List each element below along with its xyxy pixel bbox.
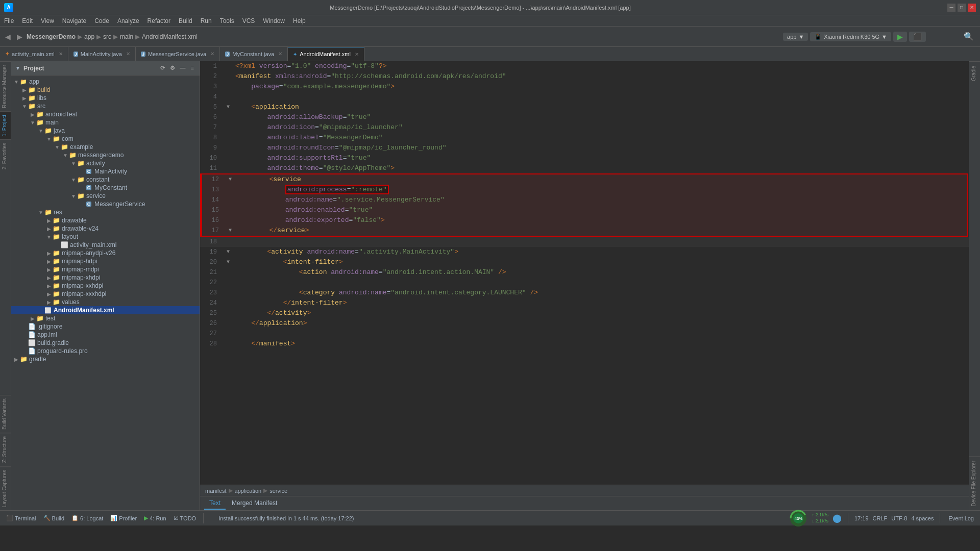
tree-item-messengerdemo[interactable]: ▼ 📁 messengerdemo [11,151,200,159]
tree-item-activity-folder[interactable]: ▼ 📁 activity [11,159,200,167]
menu-help[interactable]: Help [289,15,310,26]
run-button[interactable]: ▶ [893,32,907,42]
fold-arrow-5[interactable]: ▼ [227,102,230,112]
indent-indicator[interactable]: 4 spaces [911,515,934,521]
tab-myconstant-java[interactable]: J MyConstant.java ✕ [220,47,288,61]
tree-item-build[interactable]: ▶ 📁 build [11,86,200,94]
tree-item-build-gradle[interactable]: ⬜ build.gradle [11,339,200,347]
fold-arrow-19[interactable]: ▼ [227,247,230,257]
tree-item-messengerservice[interactable]: C MessengerService [11,200,200,208]
breadcrumb-application[interactable]: application [235,488,262,494]
gear-icon[interactable]: ⚙ [168,64,177,72]
tree-item-res[interactable]: ▼ 📁 res [11,208,200,216]
tab-messengerservice-java[interactable]: J MessengerService.java ✕ [136,47,220,61]
fold-arrow-20[interactable]: ▼ [227,257,230,267]
resource-manager-tab[interactable]: Resource Manager [0,61,11,111]
app-breadcrumb[interactable]: app [84,33,94,40]
device-selector[interactable]: 📱 Xiaomi Redmi K30 5G ▼ [810,32,891,41]
file-breadcrumb[interactable]: AndroidManifest.xml [142,33,198,40]
run-config-selector[interactable]: app ▼ [783,33,808,41]
event-log-button[interactable]: Event Log [946,514,976,522]
tree-item-myconstant[interactable]: C MyConstant [11,184,200,192]
breadcrumb-manifest[interactable]: manifest [205,488,227,494]
menu-refactor[interactable]: Refactor [143,15,175,26]
fold-arrow-17[interactable]: ▼ [229,226,232,236]
tree-item-androidtest[interactable]: ▶ 📁 androidTest [11,110,200,118]
tree-item-service-folder[interactable]: ▼ 📁 service [11,192,200,200]
menu-navigate[interactable]: Navigate [58,15,90,26]
tree-item-example[interactable]: ▼ 📁 example [11,143,200,151]
terminal-button[interactable]: ⬛ Terminal [4,514,38,522]
menu-view[interactable]: View [37,15,58,26]
tab-close[interactable]: ✕ [210,51,214,57]
tab-close[interactable]: ✕ [59,51,63,57]
tree-item-test[interactable]: ▶ 📁 test [11,314,200,322]
menu-file[interactable]: File [0,15,18,26]
tree-item-activity-main-xml[interactable]: ⬜ activity_main.xml [11,241,200,249]
menu-run[interactable]: Run [197,15,216,26]
tab-close[interactable]: ✕ [355,52,359,57]
tree-item-gradle[interactable]: ▶ 📁 gradle [11,355,200,363]
logcat-button[interactable]: 📋 6: Logcat [69,514,105,522]
menu-code[interactable]: Code [90,15,113,26]
menu-window[interactable]: Window [259,15,289,26]
build-variants-tab[interactable]: Build Variants [0,395,11,433]
tree-item-mipmap-anydpi[interactable]: ▶ 📁 mipmap-anydpi-v26 [11,249,200,257]
tree-item-mipmap-xhdpi[interactable]: ▶ 📁 mipmap-xhdpi [11,273,200,282]
src-breadcrumb[interactable]: src [103,33,111,40]
tree-item-constant-folder[interactable]: ▼ 📁 constant [11,176,200,184]
settings-icon[interactable]: ≡ [189,64,195,72]
tab-merged-manifest[interactable]: Merged Manifest [227,497,282,510]
tree-item-mainactivity[interactable]: C MainActivity [11,167,200,176]
encoding-indicator[interactable]: UTF-8 [891,515,907,521]
tab-activity-main-xml[interactable]: ✦ activity_main.xml ✕ [0,47,68,61]
tree-item-main[interactable]: ▼ 📁 main [11,118,200,127]
collapse-icon[interactable]: — [179,64,187,72]
search-button[interactable]: 🔍 [961,31,977,42]
menu-edit[interactable]: Edit [18,15,37,26]
profiler-button[interactable]: 📊 Profiler [108,514,139,522]
sync-icon[interactable]: ⟳ [159,64,166,72]
tree-item-src[interactable]: ▼ 📁 src [11,102,200,110]
tab-close[interactable]: ✕ [126,51,130,57]
tree-item-values[interactable]: ▶ 📁 values [11,298,200,306]
stop-button[interactable]: ⬛ [909,32,926,42]
maximize-button[interactable]: □ [958,4,966,12]
favorites-tab[interactable]: 2: Favorites [0,139,11,172]
device-file-explorer-tab[interactable]: Device File Explorer [969,456,980,510]
tree-item-app[interactable]: ▼ 📁 app [11,78,200,86]
tab-androidmanifest-xml[interactable]: ✦ AndroidManifest.xml ✕ [288,47,364,61]
project-tab[interactable]: 1: Project [0,111,11,139]
tab-close[interactable]: ✕ [278,51,282,57]
tree-item-mipmap-hdpi[interactable]: ▶ 📁 mipmap-hdpi [11,257,200,265]
tab-mainactivity-java[interactable]: J MainActivity.java ✕ [68,47,136,61]
forward-button[interactable]: ▶ [15,33,24,41]
menu-vcs[interactable]: VCS [238,15,259,26]
tree-item-layout[interactable]: ▼ 📁 layout [11,233,200,241]
tree-item-java[interactable]: ▼ 📁 java [11,127,200,135]
minimize-button[interactable]: ─ [947,4,955,12]
close-button[interactable]: ✕ [968,4,976,12]
tree-item-gitignore[interactable]: 📄 .gitignore [11,322,200,331]
layout-captures-tab[interactable]: Layout Captures [0,466,11,510]
tree-item-app-iml[interactable]: 📄 app.iml [11,331,200,339]
position-indicator[interactable]: 17:19 [854,515,869,521]
tree-item-androidmanifest[interactable]: ⬜ AndroidManifest.xml [11,306,200,314]
tree-item-proguard[interactable]: 📄 proguard-rules.pro [11,347,200,355]
tree-item-mipmap-xxhdpi[interactable]: ▶ 📁 mipmap-xxhdpi [11,282,200,290]
menu-analyze[interactable]: Analyze [113,15,143,26]
structure-tab[interactable]: Z: Structure [0,433,11,466]
breadcrumb-service[interactable]: service [270,488,287,494]
tab-text[interactable]: Text [204,497,226,510]
tree-item-libs[interactable]: ▶ 📁 libs [11,94,200,102]
editor-content[interactable]: 1 <?xml version="1.0" encoding="utf-8"?>… [200,61,969,485]
tree-item-drawable[interactable]: ▶ 📁 drawable [11,216,200,224]
memory-indicator[interactable]: 43% [789,509,807,528]
tree-item-mipmap-xxxhdpi[interactable]: ▶ 📁 mipmap-xxxhdpi [11,290,200,298]
line-separator[interactable]: CRLF [873,515,888,521]
menu-tools[interactable]: Tools [216,15,238,26]
gradle-panel-tab[interactable]: Gradle [969,61,980,85]
main-breadcrumb[interactable]: main [120,33,133,40]
tree-item-com[interactable]: ▼ 📁 com [11,135,200,143]
fold-arrow-12[interactable]: ▼ [229,174,232,185]
